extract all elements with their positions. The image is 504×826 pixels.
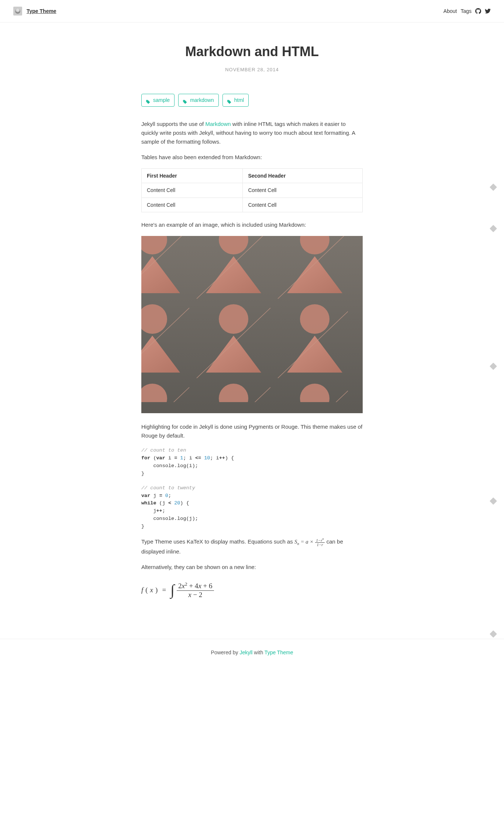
side-diamond-icon xyxy=(490,363,497,370)
post-date: NOVEMBER 28, 2014 xyxy=(141,66,363,74)
tables-intro: Tables have also been extended from Mark… xyxy=(141,153,363,162)
table-row: Content Cell Content Cell xyxy=(142,183,363,198)
side-diamond-icon xyxy=(490,184,497,191)
footer-jekyll-link[interactable]: Jekyll xyxy=(239,650,252,655)
github-icon[interactable] xyxy=(475,8,481,14)
code-keyword: for xyxy=(141,455,150,461)
table-cell: Content Cell xyxy=(243,198,363,212)
tag-icon xyxy=(227,98,232,103)
code-number: 0 xyxy=(165,493,168,498)
table-header: Second Header xyxy=(243,168,363,183)
code-number: 10 xyxy=(204,455,210,461)
intro-paragraph: Jekyll supports the use of Markdown with… xyxy=(141,120,363,146)
post-title: Markdown and HTML xyxy=(141,41,363,62)
footer-theme-link[interactable]: Type Theme xyxy=(265,650,293,655)
side-diamond-icon xyxy=(490,630,497,638)
display-math: f(x) = ∫ 2x2 + 4x + 6 x − 2 xyxy=(141,578,363,602)
footer-prefix: Powered by xyxy=(211,650,240,655)
table-cell: Content Cell xyxy=(142,198,243,212)
code-number: 20 xyxy=(174,500,180,506)
math-newline-intro: Alternatively, they can be shown on a ne… xyxy=(141,563,363,572)
tag-icon xyxy=(183,98,187,103)
highlight-intro: Highlighting for code in Jekyll is done … xyxy=(141,422,363,440)
footer: Powered by Jekyll with Type Theme xyxy=(0,639,504,666)
inline-math: Sn = a × 1−rn1−r xyxy=(294,539,325,545)
tag-label: sample xyxy=(153,96,170,104)
site-avatar[interactable] xyxy=(13,7,22,16)
code-keyword: var xyxy=(156,455,165,461)
code-comment: // count to ten xyxy=(141,448,186,453)
tag-sample[interactable]: sample xyxy=(141,94,175,106)
site-title-link[interactable]: Type Theme xyxy=(27,7,56,15)
table-cell: Content Cell xyxy=(142,183,243,198)
code-number: 1 xyxy=(180,455,183,461)
intro-prefix: Jekyll supports the use of xyxy=(141,121,205,127)
math-intro-prefix: Type Theme uses KaTeX to display maths. … xyxy=(141,538,294,545)
tag-html[interactable]: html xyxy=(222,94,249,106)
footer-mid: with xyxy=(252,650,264,655)
post-container: Markdown and HTML NOVEMBER 28, 2014 samp… xyxy=(134,23,370,639)
side-diamond-icon xyxy=(490,497,497,505)
markdown-link[interactable]: Markdown xyxy=(205,121,231,127)
code-comment: // count to twenty xyxy=(141,485,195,491)
code-keyword: var xyxy=(141,493,150,498)
image-intro: Here's an example of an image, which is … xyxy=(141,220,363,229)
code-keyword: while xyxy=(141,500,156,506)
nav-link-tags[interactable]: Tags xyxy=(460,7,472,15)
table-row: Content Cell Content Cell xyxy=(142,198,363,212)
table-cell: Content Cell xyxy=(243,183,363,198)
tag-icon xyxy=(146,98,151,103)
nav-left: Type Theme xyxy=(13,7,56,16)
hero-image xyxy=(141,236,363,413)
side-diamond-icon xyxy=(490,225,497,232)
nav-link-about[interactable]: About xyxy=(443,7,457,15)
code-block-2: // count to twenty var j = 0; while (j <… xyxy=(141,484,363,531)
tag-label: markdown xyxy=(190,96,214,104)
tag-list: sample markdown html xyxy=(141,94,363,106)
table-header: First Header xyxy=(142,168,243,183)
math-inline-paragraph: Type Theme uses KaTeX to display maths. … xyxy=(141,537,363,556)
code-block-1: // count to ten for (var i = 1; i <= 10;… xyxy=(141,447,363,478)
nav-right: About Tags xyxy=(443,7,491,15)
twitter-icon[interactable] xyxy=(485,8,491,14)
example-table: First Header Second Header Content Cell … xyxy=(141,168,363,212)
top-nav: Type Theme About Tags xyxy=(0,0,504,23)
svg-rect-4 xyxy=(141,236,348,402)
tag-markdown[interactable]: markdown xyxy=(178,94,219,106)
tag-label: html xyxy=(234,96,244,104)
